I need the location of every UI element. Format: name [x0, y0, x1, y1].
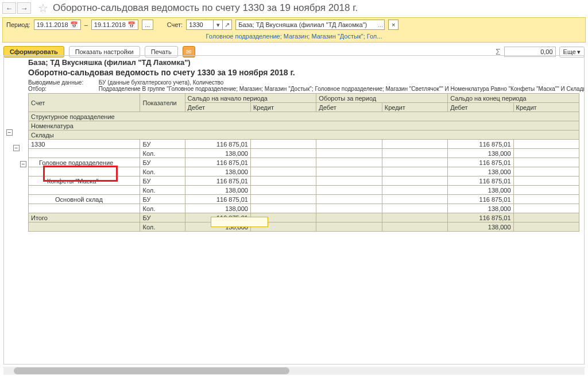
date-range-dash: –: [84, 21, 88, 28]
row-struct: Структурное подразделение: [29, 112, 579, 121]
date-to-value: 19.11.2018: [94, 21, 126, 28]
row-warehouses: Склады: [29, 131, 579, 140]
table-row: Основной склад БУ 116 875,01 116 875,01: [29, 195, 579, 204]
table-row: 1330 БУ 116 875,01 116 875,01: [29, 140, 579, 149]
account-dropdown-button[interactable]: ▾: [214, 20, 223, 30]
report-org-line: База; ТД Вкусняшка (филиал "ТД Лакомка"): [28, 58, 582, 67]
period-ellipsis-button[interactable]: ...: [142, 20, 153, 30]
nav-forward-button[interactable]: →: [17, 2, 31, 14]
calendar-icon[interactable]: 📅: [127, 21, 136, 29]
col-start-debit: Дебет: [185, 103, 250, 112]
more-label: Еще: [563, 48, 576, 55]
table-row: Кол. 138,000 138,000: [29, 149, 579, 158]
horizontal-scrollbar[interactable]: [3, 367, 585, 375]
col-end-balance: Сальдо на конец периода: [448, 94, 579, 103]
date-from-input[interactable]: 19.11.2018 📅: [34, 20, 81, 30]
filter-bar: Период: 19.11.2018 📅 – 19.11.2018 📅 ... …: [2, 17, 586, 43]
report-table: Счет Показатели Сальдо на начало периода…: [28, 93, 579, 232]
tree-toggle-head-dep[interactable]: −: [13, 145, 20, 151]
date-to-input[interactable]: 19.11.2018 📅: [91, 20, 138, 30]
table-row: Конфеты "Маска" БУ 116 875,01 116 875,01: [29, 177, 579, 186]
nav-back-button[interactable]: ←: [2, 2, 16, 14]
account-value: 1330: [189, 21, 203, 28]
total-row: Итого БУ 116 875,01 116 875,01: [29, 213, 579, 222]
table-row: Кол. 138,000 138,000: [29, 186, 579, 195]
favorite-star-icon[interactable]: ☆: [38, 1, 48, 15]
chevron-down-icon: ▾: [577, 48, 581, 56]
subdivision-link[interactable]: Головное подразделение; Магазин; Магазин…: [206, 33, 382, 40]
tree-toggle-1330[interactable]: −: [6, 129, 13, 136]
report-area: − − − База; ТД Вкусняшка (филиал "ТД Лак…: [3, 55, 585, 365]
account-open-button[interactable]: ↗: [223, 20, 232, 30]
output-data-label: Выводимые данные:: [28, 79, 97, 86]
organization-ellipsis-icon[interactable]: ...: [378, 21, 383, 28]
table-row: Кол. 138,000 138,000: [29, 167, 579, 177]
scrollbar-thumb[interactable]: [14, 367, 289, 374]
col-end-debit: Дебет: [448, 103, 513, 112]
filter-value: Подразделение В группе "Головное подразд…: [99, 86, 585, 92]
table-row: Кол. 138,000 138,000: [29, 204, 579, 213]
active-cell-marker: [211, 217, 268, 227]
col-account: Счет: [29, 94, 140, 112]
calendar-icon[interactable]: 📅: [70, 21, 78, 29]
col-turn-credit: Кредит: [382, 103, 447, 112]
organization-value: База; ТД Вкусняшка (филиал "ТД Лакомка"): [238, 21, 367, 28]
col-end-credit: Кредит: [513, 103, 579, 112]
col-indicators: Показатели: [140, 94, 185, 112]
period-label: Период:: [6, 21, 30, 28]
table-row: Головное подразделение БУ 116 875,01 116…: [29, 158, 579, 167]
col-turn-debit: Дебет: [316, 103, 382, 112]
account-label: Счет:: [167, 21, 183, 28]
account-input[interactable]: 1330: [186, 20, 214, 30]
organization-clear-button[interactable]: ×: [388, 20, 399, 30]
row-nomen: Номенклатура: [29, 121, 579, 131]
col-start-credit: Кредит: [250, 103, 316, 112]
col-start-balance: Сальдо на начало периода: [185, 94, 316, 103]
tree-toggle-candy[interactable]: −: [20, 161, 26, 167]
date-from-value: 19.11.2018: [37, 21, 68, 28]
filter-label: Отбор:: [28, 86, 97, 92]
page-title: Оборотно-сальдовая ведомость по счету 13…: [53, 2, 358, 14]
col-turnover: Обороты за период: [316, 94, 448, 103]
output-data-value: БУ (данные бухгалтерского учета), Количе…: [99, 79, 224, 86]
organization-input[interactable]: База; ТД Вкусняшка (филиал "ТД Лакомка")…: [235, 20, 385, 30]
report-title: Оборотно-сальдовая ведомость по счету 13…: [28, 68, 582, 77]
total-row: Кол. 138,000 138,000: [29, 222, 579, 232]
